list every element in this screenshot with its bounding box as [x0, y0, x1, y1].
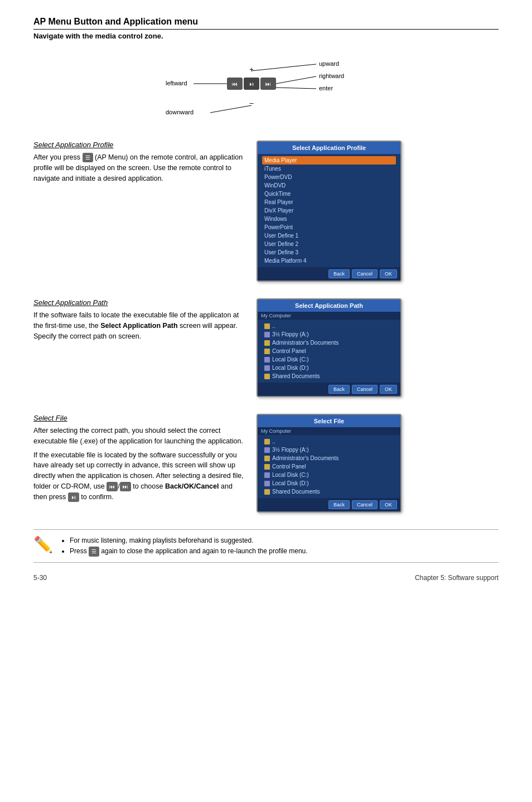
list-item: Media Player — [262, 156, 396, 165]
list-item: Control Panel — [262, 347, 396, 355]
footer-left: 5-30 — [33, 574, 47, 582]
note-item-1: For music listening, making playlists be… — [70, 535, 308, 546]
list-item: 3½ Floppy (A:) — [262, 446, 396, 454]
list-item: iTunes — [262, 165, 396, 173]
section-select-file: Select File After selecting the correct … — [33, 414, 499, 513]
svg-text:rightward: rightward — [319, 73, 344, 79]
svg-text:downward: downward — [166, 109, 194, 115]
nav-diagram: ⏮ ⏯ ⏭ + – upward rightward enter leftwar… — [33, 51, 499, 124]
page-footer: 5-30 Chapter 5: Software support — [33, 574, 499, 582]
screen-nav-file: My Computer — [258, 427, 400, 435]
list-item: .. — [262, 437, 396, 446]
list-item: User Define 3 — [262, 248, 396, 257]
footer-right: Chapter 5: Software support — [415, 574, 499, 582]
list-item: 3½ Floppy (A:) — [262, 330, 396, 339]
svg-text:leftward: leftward — [166, 80, 187, 86]
screen-mockup-path: Select Application Path My Computer .. 3… — [257, 298, 402, 397]
list-item: User Define 2 — [262, 240, 396, 248]
list-item: Administrator's Documents — [262, 339, 396, 347]
section-heading-path: Select Application Path — [33, 298, 245, 307]
list-item: QuickTime — [262, 190, 396, 198]
footer-btn-ok[interactable]: OK — [380, 500, 397, 509]
section-image-file: Select File My Computer .. 3½ Floppy (A:… — [257, 414, 413, 513]
screen-title-path: Select Application Path — [258, 299, 400, 312]
list-item: Local Disk (D:) — [262, 479, 396, 487]
list-item: PowerPoint — [262, 223, 396, 231]
nav-label-path: My Computer — [261, 313, 291, 318]
section-text-profile: Select Application Profile After you pre… — [33, 141, 245, 187]
screen-footer-path: Back Cancel OK — [258, 383, 400, 396]
section-para-file-2: If the executable file is located by the… — [33, 450, 245, 503]
list-item: Local Disk (D:) — [262, 364, 396, 372]
list-item: Media Platform 4 — [262, 257, 396, 265]
note-content: For music listening, making playlists be… — [61, 535, 308, 557]
svg-line-12 — [276, 88, 316, 89]
svg-text:⏮: ⏮ — [232, 81, 238, 87]
list-item: Shared Documents — [262, 487, 396, 496]
screen-footer-file: Back Cancel OK — [258, 498, 400, 511]
section-para-profile: After you press ☰ (AP Menu) on the remot… — [33, 152, 245, 183]
list-item: Real Player — [262, 198, 396, 206]
screen-body-file: .. 3½ Floppy (A:) Administrator's Docume… — [258, 435, 400, 498]
svg-text:enter: enter — [319, 85, 333, 91]
svg-text:⏯: ⏯ — [249, 81, 254, 87]
list-item: Local Disk (C:) — [262, 471, 396, 479]
list-item: Administrator's Documents — [262, 454, 396, 462]
screen-mockup-profile: Select Application Profile Media Player … — [257, 141, 402, 282]
section-image-profile: Select Application Profile Media Player … — [257, 141, 413, 282]
footer-btn-back[interactable]: Back — [328, 500, 350, 509]
note-section: ✏️ For music listening, making playlists… — [33, 529, 499, 563]
footer-btn-cancel[interactable]: Cancel — [352, 385, 378, 394]
list-item: User Define 1 — [262, 231, 396, 240]
list-item: .. — [262, 322, 396, 330]
section-para-path: If the software fails to locate the exec… — [33, 310, 245, 341]
section-text-file: Select File After selecting the correct … — [33, 414, 245, 505]
footer-btn-cancel[interactable]: Cancel — [352, 269, 378, 278]
screen-title-profile: Select Application Profile — [258, 142, 400, 154]
section-select-application-profile: Select Application Profile After you pre… — [33, 141, 499, 282]
note-icon: ✏️ — [33, 535, 53, 554]
list-item: WinDVD — [262, 181, 396, 190]
svg-text:upward: upward — [319, 60, 339, 67]
list-item: PowerDVD — [262, 173, 396, 181]
section-para-file-1: After selecting the correct path, you sh… — [33, 426, 245, 447]
section-heading-file: Select File — [33, 414, 245, 422]
footer-btn-ok[interactable]: OK — [380, 385, 397, 394]
svg-line-10 — [276, 76, 316, 84]
section-heading-profile: Select Application Profile — [33, 141, 245, 149]
section-text-path: Select Application Path If the software … — [33, 298, 245, 345]
list-item: Shared Documents — [262, 372, 396, 380]
screen-footer-profile: Back Cancel OK — [258, 267, 400, 281]
svg-text:⏭: ⏭ — [265, 81, 271, 87]
section-select-application-path: Select Application Path If the software … — [33, 298, 499, 397]
footer-btn-back[interactable]: Back — [328, 269, 350, 278]
note-item-2: Press ☰ again to close the application a… — [70, 546, 308, 557]
section-image-path: Select Application Path My Computer .. 3… — [257, 298, 413, 397]
screen-mockup-file: Select File My Computer .. 3½ Floppy (A:… — [257, 414, 402, 513]
list-item: Windows — [262, 215, 396, 223]
screen-title-file: Select File — [258, 415, 400, 427]
page-subtitle: Navigate with the media control zone. — [33, 32, 499, 40]
list-item: DivX Player — [262, 206, 396, 215]
footer-btn-back[interactable]: Back — [328, 385, 350, 394]
screen-body-path: .. 3½ Floppy (A:) Administrator's Docume… — [258, 320, 400, 383]
footer-btn-cancel[interactable]: Cancel — [352, 500, 378, 509]
list-item: Control Panel — [262, 462, 396, 471]
nav-label-file: My Computer — [261, 428, 291, 434]
list-item: Local Disk (C:) — [262, 355, 396, 364]
screen-body-profile: Media Player iTunes PowerDVD WinDVD Quic… — [258, 154, 400, 267]
svg-line-16 — [210, 105, 252, 113]
svg-text:+: + — [249, 65, 254, 74]
page-title: AP Menu Button and Application menu — [33, 17, 499, 30]
footer-btn-ok[interactable]: OK — [380, 269, 397, 278]
svg-line-8 — [252, 64, 316, 71]
screen-nav-path: My Computer — [258, 312, 400, 320]
